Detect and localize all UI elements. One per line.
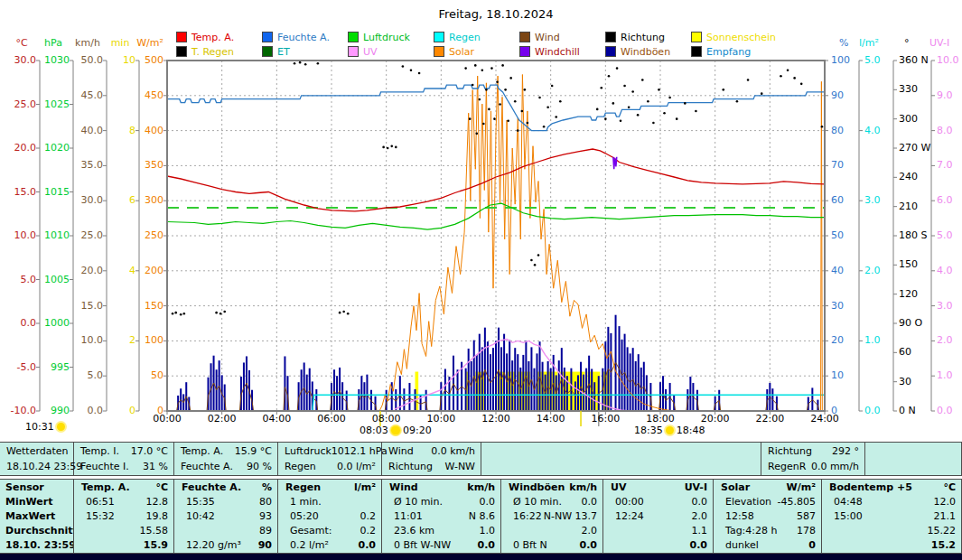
cell-value: 0.2: [360, 524, 377, 538]
series-richtung: [215, 312, 218, 314]
column-name: Regen: [285, 480, 321, 495]
cell-label: 15:35: [182, 495, 215, 509]
table-column-header: Regenl/m²: [278, 480, 381, 495]
cell-value: N 8.6: [469, 509, 495, 524]
series-richtung: [821, 126, 824, 128]
column-name: Feuchte A.: [182, 480, 241, 495]
info-value: 0.0 mm/h: [811, 460, 859, 473]
table-row-label: Sensor: [0, 480, 73, 495]
cell-value: 19.8: [146, 509, 169, 524]
info-value: 292 °: [832, 444, 859, 458]
info-label: Temp. I.: [80, 444, 119, 458]
cell-label: 00:00: [611, 495, 644, 509]
cell-value: 15.9: [144, 538, 168, 553]
info-label: Feuchte I.: [80, 460, 129, 473]
cell-value: 0.0: [359, 538, 377, 553]
table-cell-row: 15.22: [822, 524, 961, 538]
series-richtung: [410, 69, 413, 71]
table-cell-row: 15:3580: [174, 495, 277, 509]
series-richtung: [347, 313, 350, 315]
column-name: Wind: [389, 480, 418, 495]
cell-label: 12:58: [721, 509, 754, 524]
table-row-label: MaxWert: [0, 509, 73, 524]
series-richtung: [172, 313, 174, 315]
series-richtung: [600, 87, 602, 89]
table-column-header: Windkm/h: [382, 480, 500, 495]
cell-value: 89: [259, 524, 272, 538]
series-solar: [379, 75, 822, 412]
series-richtung: [637, 114, 640, 117]
cell-label: Ø 10 min.: [509, 495, 562, 509]
cell-label: [182, 524, 186, 538]
series-richtung: [488, 108, 490, 111]
series-richtung: [793, 77, 796, 79]
series-richtung: [472, 84, 474, 87]
series-windboeen: [360, 376, 362, 411]
column-name: Temp. A.: [81, 480, 130, 495]
series-richtung: [223, 311, 226, 313]
series-richtung: [482, 123, 485, 126]
table-row-label: MinWert: [0, 495, 73, 509]
info-value: 0.0 km/h: [431, 444, 475, 458]
series-richtung: [608, 75, 611, 78]
info-label: Richtung: [768, 444, 812, 458]
cell-value: -45.805: [778, 495, 816, 509]
cell-label: [829, 524, 834, 538]
series-windchill: [613, 157, 617, 170]
series-richtung: [537, 254, 540, 257]
cell-label: 06:51: [81, 495, 115, 509]
series-richtung: [747, 79, 750, 81]
table-column-6: SolarW/m²Elevation-45.80512:58587Tag:4:2…: [714, 480, 822, 553]
info-value: 31 %: [143, 460, 168, 473]
cell-value: 93: [259, 509, 272, 524]
cell-label: [81, 538, 86, 553]
table-cell-row: 11:01N 8.6: [382, 509, 500, 524]
series-richtung: [493, 117, 496, 120]
info-cell: Luftdruck1012.1 hPaRegen0.0 l/m²: [278, 443, 382, 475]
table-column-header: Bodentemp +5°C: [822, 480, 961, 495]
series-richtung: [604, 117, 607, 120]
sun-icon: [57, 423, 65, 431]
series-richtung: [641, 79, 644, 81]
series-richtung: [490, 67, 493, 70]
series-richtung: [596, 108, 599, 111]
table-column-3: Windkm/hØ 10 min.0.011:01N 8.623.6 km1.0…: [382, 480, 501, 553]
column-name: UV: [611, 480, 626, 495]
table-cell-row: Elevation-45.805: [714, 495, 821, 509]
column-name: Windböen: [509, 480, 565, 495]
table-cell-row: 23.6 km1.0: [382, 524, 500, 538]
series-richtung: [787, 69, 789, 71]
row-label: MaxWert: [5, 509, 55, 524]
table-cell-row: 1.1: [603, 524, 713, 538]
chart-series-layer: [167, 61, 825, 411]
info-line: Feuchte I.31 %: [80, 460, 168, 473]
series-richtung: [546, 106, 549, 108]
info-value: 15.9 °C: [235, 444, 272, 458]
series-windboeen: [366, 375, 368, 411]
column-name: Solar: [721, 480, 750, 495]
table-cell-row: 12:58587: [714, 509, 821, 524]
cell-label: 12:24: [611, 509, 644, 524]
cell-value: 0.0: [580, 538, 598, 553]
series-richtung: [479, 98, 481, 101]
series-richtung: [474, 64, 477, 67]
series-richtung: [395, 146, 397, 149]
cell-label: [611, 524, 615, 538]
series-richtung: [663, 112, 666, 115]
chart-canvas: [0, 0, 962, 560]
table-column-4: Windböenkm/hØ 10 min.0.016:22N-NW 13.72.…: [501, 480, 603, 553]
cell-value: 0: [808, 538, 816, 553]
series-richtung: [339, 312, 341, 314]
cell-value: 178: [797, 524, 816, 538]
cell-label: 0 Bft W-NW: [389, 538, 451, 553]
series-richtung: [496, 80, 499, 83]
series-richtung: [517, 129, 519, 132]
cell-value: 21.1: [934, 509, 957, 524]
info-value: W-NW: [444, 460, 475, 473]
series-richtung: [418, 72, 421, 75]
cell-value: 0.0: [478, 538, 496, 553]
table-column-header: Feuchte A.%: [174, 480, 277, 495]
series-richtung: [219, 313, 222, 315]
info-label: RegenR: [768, 460, 806, 473]
info-line: Temp. I.17.0 °C: [80, 444, 168, 458]
